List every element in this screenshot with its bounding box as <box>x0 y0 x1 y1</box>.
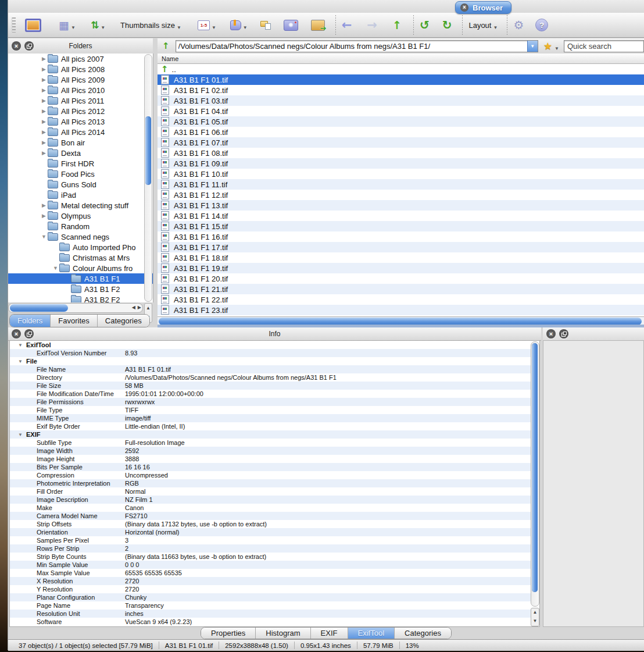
fullscreen-button[interactable] <box>24 16 42 34</box>
chevron-down-icon[interactable]: ▼ <box>101 25 105 30</box>
tree-item-metal-detecting-stuff[interactable]: ▶Metal detecting stuff <box>8 200 153 211</box>
tab-categories[interactable]: Categories <box>395 628 451 639</box>
tree-item-christmas-at-mrs[interactable]: Christmas at Mrs <box>8 252 153 263</box>
file-row[interactable]: A31 B1 F1 13.tif <box>158 200 644 211</box>
rotate-right-button[interactable]: ↻ <box>441 16 453 34</box>
file-row[interactable]: A31 B1 F1 06.tif <box>158 127 644 137</box>
info-vertical-scrollbar[interactable] <box>531 341 539 607</box>
file-row[interactable]: A31 B1 F1 08.tif <box>158 148 644 158</box>
expand-triangle-icon[interactable]: ▶ <box>41 202 47 208</box>
tree-item-olympus[interactable]: ▶Olympus <box>8 211 153 221</box>
tree-horizontal-scrollbar[interactable]: ◀▶ <box>8 303 143 313</box>
quick-search-input[interactable] <box>564 40 644 52</box>
close-panel-button[interactable]: × <box>546 329 556 339</box>
file-row[interactable]: A31 B1 F1 02.tif <box>158 85 644 95</box>
tab-histogram[interactable]: Histogram <box>256 628 310 639</box>
chevron-down-icon[interactable]: ▼ <box>243 25 248 30</box>
tab-exif[interactable]: EXIF <box>311 628 348 639</box>
scroll-up-icon[interactable]: ▲ <box>145 304 152 313</box>
chevron-down-icon[interactable]: ▼ <box>493 25 498 30</box>
path-history-dropdown[interactable]: ▼ <box>527 41 538 52</box>
scroll-right-icon[interactable]: ▶ <box>138 305 141 310</box>
path-input[interactable] <box>176 42 527 51</box>
name-column-header[interactable]: Name <box>158 54 644 64</box>
tree-item-bon-air[interactable]: ▶Bon air <box>8 137 153 148</box>
expand-triangle-icon[interactable]: ▶ <box>41 129 47 135</box>
parent-directory-row[interactable]: ↑.. <box>158 64 644 74</box>
tab-folders[interactable]: Folders <box>10 315 51 327</box>
tree-item-auto-imported-pho[interactable]: Auto Imported Pho <box>8 242 153 252</box>
scrollbar-thumb[interactable] <box>532 343 538 592</box>
close-icon[interactable]: × <box>460 3 468 12</box>
file-row[interactable]: A31 B1 F1 15.tif <box>158 221 644 231</box>
file-row[interactable]: A31 B1 F1 22.tif <box>158 294 644 305</box>
file-row[interactable]: A31 B1 F1 01.tif <box>158 74 644 85</box>
file-row[interactable]: A31 B1 F1 07.tif <box>158 137 644 148</box>
file-row[interactable]: A31 B1 F1 04.tif <box>158 106 644 116</box>
tab-exiftool[interactable]: ExifTool <box>348 628 395 639</box>
tree-item-ipad[interactable]: iPad <box>8 190 153 200</box>
expand-triangle-icon[interactable]: ▶ <box>41 66 47 72</box>
tree-item-all-pics-2012[interactable]: ▶All Pics 2012 <box>8 106 153 116</box>
view-mode-button[interactable]: ▦▼ <box>58 16 77 34</box>
help-button[interactable]: ? <box>534 16 549 34</box>
tab-categories[interactable]: Categories <box>98 315 149 327</box>
tree-item-all-pics-2008[interactable]: ▶All Pics 2008 <box>8 64 153 74</box>
tree-item-all-pics-2011[interactable]: ▶All Pics 2011 <box>8 95 153 106</box>
collapse-triangle-icon[interactable]: ▼ <box>18 359 26 364</box>
tree-item-food-pics[interactable]: Food Pics <box>8 169 153 179</box>
scroll-up-icon[interactable]: ▲ <box>531 608 539 617</box>
tree-item-a31-b2-f2[interactable]: A31 B2 F2 <box>8 294 153 302</box>
expand-triangle-icon[interactable]: ▶ <box>41 87 47 93</box>
slideshow-button[interactable]: 1-5▼ <box>196 16 217 34</box>
file-row[interactable]: A31 B1 F1 10.tif <box>158 169 644 179</box>
tree-item-all-pics-2013[interactable]: ▶All Pics 2013 <box>8 116 153 127</box>
expand-triangle-icon[interactable]: ▶ <box>41 77 47 83</box>
chevron-down-icon[interactable]: ▼ <box>554 46 559 51</box>
file-row[interactable]: A31 B1 F1 21.tif <box>158 284 644 294</box>
file-row[interactable]: A31 B1 F1 14.tif <box>158 211 644 221</box>
browser-window-tab[interactable]: × Browser <box>455 1 511 14</box>
toolbar-drag-handle[interactable] <box>12 17 16 33</box>
file-row[interactable]: A31 B1 F1 18.tif <box>158 252 644 263</box>
collapse-triangle-icon[interactable]: ▼ <box>41 234 47 240</box>
chevron-down-icon[interactable]: ▼ <box>177 25 181 30</box>
rotate-left-button[interactable]: ↺ <box>418 16 431 34</box>
tree-item-scanned-negs[interactable]: ▼Scanned negs <box>8 231 153 242</box>
scroll-down-icon[interactable]: ▼ <box>531 617 539 626</box>
up-directory-button[interactable]: ↑ <box>391 16 403 34</box>
expand-triangle-icon[interactable]: ▶ <box>41 108 47 114</box>
tree-vertical-scrollbar[interactable] <box>144 54 152 302</box>
scrollbar-thumb[interactable] <box>10 304 68 312</box>
tree-item-a31-b1-f1[interactable]: A31 B1 F1 <box>8 273 153 284</box>
thumbnails-size-button[interactable]: Thumbnails size▼ <box>119 16 183 34</box>
expand-triangle-icon[interactable]: ▶ <box>41 98 47 104</box>
file-row[interactable]: A31 B1 F1 17.tif <box>158 242 644 252</box>
layout-button[interactable]: Layout▼ <box>467 16 499 34</box>
tree-item-random[interactable]: Random <box>8 221 153 231</box>
parent-directory-icon[interactable]: ↑ <box>162 42 170 51</box>
tree-item-guns-sold[interactable]: Guns Sold <box>8 179 153 190</box>
expand-triangle-icon[interactable]: ▶ <box>41 213 47 219</box>
tree-item-all-pics-2014[interactable]: ▶All Pics 2014 <box>8 127 153 137</box>
expand-triangle-icon[interactable]: ▶ <box>41 140 47 145</box>
scrollbar-thumb[interactable] <box>145 116 151 185</box>
back-button[interactable]: ← <box>341 16 353 34</box>
settings-button[interactable]: ⚙ <box>512 16 525 34</box>
collapse-triangle-icon[interactable]: ▼ <box>18 432 26 437</box>
bookmark-button[interactable]: ▼ <box>229 16 249 34</box>
expand-triangle-icon[interactable]: ▶ <box>41 56 47 62</box>
tree-item-a31-b1-f2[interactable]: A31 B1 F2 <box>8 284 153 294</box>
scroll-left-icon[interactable]: ◀ <box>132 305 135 310</box>
file-row[interactable]: A31 B1 F1 20.tif <box>158 273 644 284</box>
forward-button[interactable]: → <box>366 16 378 34</box>
export-button[interactable] <box>310 16 326 34</box>
file-row[interactable]: A31 B1 F1 23.tif <box>158 305 644 315</box>
tree-item-first-hdr[interactable]: First HDR <box>8 158 153 169</box>
tab-properties[interactable]: Properties <box>201 628 256 639</box>
file-row[interactable]: A31 B1 F1 12.tif <box>158 190 644 200</box>
tree-item-colour-albums-fro[interactable]: ▼Colour Albums fro <box>8 263 153 273</box>
tree-item-all-pics-2009[interactable]: ▶All Pics 2009 <box>8 74 153 85</box>
show-files-in-subfolders-button[interactable] <box>259 16 272 34</box>
collapse-triangle-icon[interactable]: ▼ <box>52 265 59 271</box>
